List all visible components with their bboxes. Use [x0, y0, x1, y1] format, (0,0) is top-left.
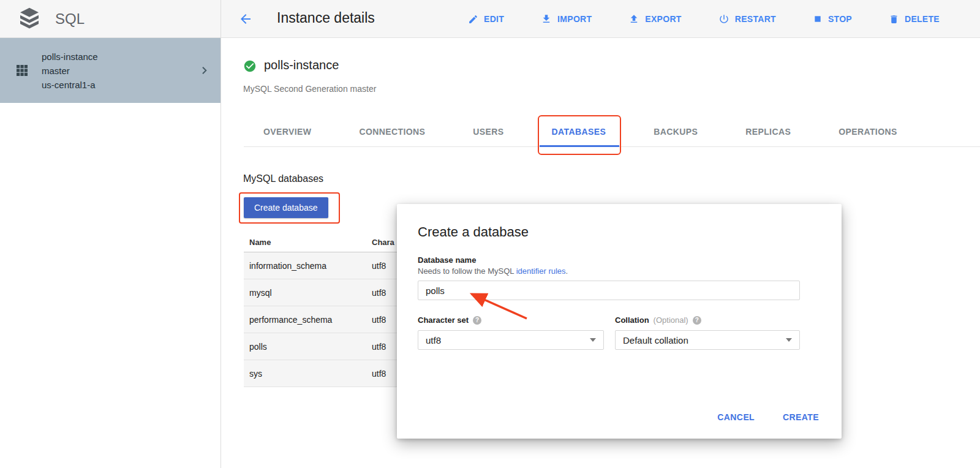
tab-overview[interactable]: OVERVIEW — [263, 116, 311, 147]
collation-label-row: Collation (Optional) ? — [615, 315, 800, 325]
stop-icon — [813, 14, 823, 24]
import-label: IMPORT — [557, 14, 592, 24]
collation-select[interactable]: Default collation — [615, 330, 800, 350]
sidebar-instance-role: master — [42, 64, 185, 78]
section-title: MySQL databases — [243, 173, 323, 184]
sidebar-divider — [221, 0, 221, 468]
character-set-label-row: Character set ? — [418, 315, 604, 325]
tab-users-label: USERS — [473, 127, 503, 137]
dialog-footer: CANCEL CREATE — [717, 412, 819, 422]
tab-bar: OVERVIEW CONNECTIONS USERS DATABASES BAC… — [263, 116, 897, 147]
edit-label: EDIT — [484, 14, 504, 24]
character-set-help-icon[interactable]: ? — [473, 316, 481, 325]
delete-label: DELETE — [905, 14, 940, 24]
cloud-sql-console: SQL Instance details EDIT IMPORT EXPORT … — [0, 0, 980, 468]
instance-name: polls-instance — [264, 58, 339, 72]
tab-operations-label: OPERATIONS — [839, 127, 897, 137]
cloud-sql-layers-icon — [17, 6, 42, 32]
import-button[interactable]: IMPORT — [541, 13, 592, 25]
green-check-circle-icon — [243, 59, 257, 73]
dialog-fields-row: Character set ? utf8 Collation (Optional… — [418, 315, 821, 350]
stop-label: STOP — [828, 14, 852, 24]
collation-optional-label: (Optional) — [654, 315, 688, 325]
tab-replicas-label: REPLICAS — [745, 127, 791, 137]
active-tab-indicator — [540, 145, 620, 147]
sidebar-instance-zone: us-central1-a — [42, 78, 185, 92]
tab-users[interactable]: USERS — [473, 116, 503, 147]
character-set-select[interactable]: utf8 — [418, 330, 604, 350]
db-charset-cell: utf8 — [366, 261, 386, 271]
tab-connections-label: CONNECTIONS — [359, 127, 425, 137]
tab-connections[interactable]: CONNECTIONS — [359, 116, 425, 147]
sidebar-instance-name: polls-instance — [42, 50, 185, 64]
create-database-dialog: Create a database Database name Needs to… — [397, 204, 842, 439]
cancel-button[interactable]: CANCEL — [717, 412, 755, 422]
sidebar-item-polls-instance[interactable]: polls-instance master us-central1-a — [0, 38, 221, 103]
header-actions: EDIT IMPORT EXPORT RESTART STOP DELETE — [468, 0, 940, 38]
collation-field: Collation (Optional) ? Default collation — [615, 315, 800, 350]
create-database-button[interactable]: Create database — [244, 197, 328, 218]
tab-backups-label: BACKUPS — [654, 127, 698, 137]
dropdown-caret-icon — [786, 338, 792, 342]
power-icon — [718, 13, 729, 25]
pencil-icon — [468, 14, 478, 25]
db-charset-cell: utf8 — [366, 288, 386, 298]
tab-operations[interactable]: OPERATIONS — [839, 116, 897, 147]
restart-label: RESTART — [735, 14, 776, 24]
instance-subtitle: MySQL Second Generation master — [243, 84, 376, 94]
create-database-wrap: Create database — [244, 197, 328, 218]
export-icon — [628, 13, 639, 25]
tab-backups[interactable]: BACKUPS — [654, 116, 698, 147]
create-button[interactable]: CREATE — [783, 412, 819, 422]
import-icon — [541, 13, 552, 25]
db-name-cell: sys — [244, 369, 366, 379]
db-charset-cell: utf8 — [366, 342, 386, 352]
character-set-label: Character set — [418, 315, 469, 325]
db-charset-cell: utf8 — [366, 369, 386, 379]
trash-icon — [889, 14, 899, 25]
grid-icon — [15, 63, 29, 78]
identifier-rules-link[interactable]: identifier rules — [516, 266, 566, 276]
db-name-cell: mysql — [244, 288, 366, 298]
dropdown-caret-icon — [590, 338, 596, 342]
column-header-name: Name — [244, 238, 366, 247]
tab-replicas[interactable]: REPLICAS — [745, 116, 791, 147]
tab-databases[interactable]: DATABASES — [552, 116, 606, 147]
help-text-prefix: Needs to follow the MySQL — [418, 266, 516, 276]
collation-value: Default collation — [623, 335, 688, 345]
export-label: EXPORT — [645, 14, 681, 24]
database-name-input[interactable] — [418, 281, 800, 300]
character-set-value: utf8 — [426, 335, 441, 345]
tab-databases-label: DATABASES — [552, 127, 606, 137]
sidebar-instance-info: polls-instance master us-central1-a — [42, 50, 185, 92]
db-name-cell: information_schema — [244, 261, 366, 271]
back-arrow-icon[interactable] — [238, 12, 254, 28]
export-button[interactable]: EXPORT — [628, 13, 681, 25]
collation-help-icon[interactable]: ? — [693, 316, 701, 325]
help-text-suffix: . — [566, 266, 568, 276]
collation-label: Collation — [615, 315, 649, 325]
chevron-right-icon[interactable] — [197, 63, 212, 78]
stop-button[interactable]: STOP — [813, 14, 852, 24]
delete-button[interactable]: DELETE — [889, 14, 940, 25]
db-name-cell: polls — [244, 342, 366, 352]
page-title: Instance details — [277, 10, 375, 26]
database-name-label: Database name — [418, 255, 821, 265]
column-header-charset: Chara — [366, 238, 394, 247]
product-name: SQL — [55, 10, 85, 28]
restart-button[interactable]: RESTART — [718, 13, 776, 25]
edit-button[interactable]: EDIT — [468, 14, 504, 25]
product-logo: SQL — [17, 6, 85, 32]
top-bar: SQL Instance details EDIT IMPORT EXPORT … — [0, 0, 980, 38]
dialog-title: Create a database — [418, 224, 821, 240]
tab-overview-label: OVERVIEW — [263, 127, 311, 137]
db-name-cell: performance_schema — [244, 315, 366, 325]
database-name-help: Needs to follow the MySQL identifier rul… — [418, 266, 821, 276]
db-charset-cell: utf8 — [366, 315, 386, 325]
character-set-field: Character set ? utf8 — [418, 315, 604, 350]
